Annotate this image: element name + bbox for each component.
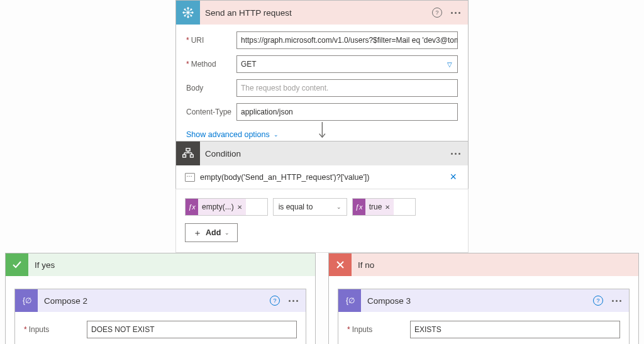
http-icon: [176, 1, 200, 25]
svg-rect-24: [183, 155, 186, 157]
compose-2-action: {∅} Compose 2 ? *Inputs DOES NOT EXIST: [14, 289, 306, 344]
chevron-down-icon: ⌄: [336, 204, 341, 210]
inputs-field: *Inputs DOES NOT EXIST: [24, 318, 297, 344]
uri-label: URI: [191, 36, 204, 45]
svg-line-15: [186, 14, 187, 16]
content-type-input[interactable]: application/json: [236, 103, 458, 121]
if-yes-label: If yes: [28, 260, 55, 270]
operator-select[interactable]: is equal to⌄: [273, 198, 347, 216]
body-field: Body The request body content.: [176, 76, 468, 100]
svg-text:{∅}: {∅}: [23, 296, 31, 305]
svg-point-6: [183, 12, 184, 13]
compose-3-action: {∅} Compose 3 ? *Inputs EXISTS: [338, 289, 630, 344]
condition-header[interactable]: Condition: [176, 141, 468, 165]
right-operand-token[interactable]: ƒx true✕: [352, 198, 416, 216]
inputs-label: Inputs: [29, 325, 50, 334]
if-yes-branch: If yes {∅} Compose 2 ?: [5, 253, 316, 344]
compose-2-header[interactable]: {∅} Compose 2 ?: [15, 289, 306, 312]
svg-point-14: [184, 15, 186, 16]
svg-rect-19: [186, 148, 190, 151]
close-icon[interactable]: ×: [447, 170, 459, 184]
expression-bar: empty(body('Send_an_HTTP_request')?['val…: [176, 165, 468, 189]
x-icon: [329, 253, 352, 276]
if-no-header[interactable]: If no: [329, 253, 638, 276]
help-icon[interactable]: ?: [432, 8, 442, 18]
method-label: Method: [191, 60, 216, 69]
chevron-down-icon: ▽: [447, 61, 453, 68]
svg-text:{∅}: {∅}: [346, 296, 355, 305]
compose-3-header[interactable]: {∅} Compose 3 ?: [338, 289, 629, 312]
svg-line-11: [186, 10, 187, 12]
plus-icon: ＋: [193, 228, 202, 237]
inputs-input[interactable]: DOES NOT EXIST: [87, 321, 297, 338]
body-label: Body: [186, 84, 203, 92]
uri-input[interactable]: https://graph.microsoft.com/v1.0/users?$…: [236, 31, 458, 49]
inputs-field: *Inputs EXISTS: [347, 318, 620, 344]
svg-point-8: [192, 12, 193, 13]
svg-point-2: [187, 8, 189, 9]
inputs-label: Inputs: [352, 325, 373, 334]
condition-icon: [176, 141, 200, 165]
if-yes-header[interactable]: If yes: [6, 253, 315, 276]
check-icon: [6, 253, 28, 276]
remove-token-icon[interactable]: ✕: [385, 204, 390, 211]
svg-point-12: [191, 9, 192, 10]
condition-action: Condition empty(body('Send_an_HTTP_reque…: [175, 141, 469, 253]
compose-2-title: Compose 2: [38, 296, 270, 306]
svg-point-16: [191, 15, 192, 16]
more-menu[interactable]: [448, 150, 463, 157]
http-title: Send an HTTP request: [200, 8, 432, 18]
remove-token-icon[interactable]: ✕: [237, 204, 242, 211]
condition-branches: If yes {∅} Compose 2 ?: [5, 253, 639, 344]
body-input[interactable]: The request body content.: [236, 79, 458, 97]
expression-icon: [185, 173, 195, 182]
http-header[interactable]: Send an HTTP request ?: [176, 1, 468, 25]
condition-title: Condition: [200, 149, 448, 158]
method-select[interactable]: GET▽: [236, 55, 458, 73]
svg-point-1: [187, 11, 189, 14]
expression-text: empty(body('Send_an_HTTP_request')?['val…: [200, 173, 447, 182]
left-operand-token[interactable]: ƒx empty(...)✕: [185, 198, 268, 216]
svg-point-10: [184, 9, 186, 10]
chevron-down-icon: ⌄: [225, 230, 230, 236]
svg-line-13: [189, 10, 191, 12]
compose-icon: {∅}: [338, 289, 361, 312]
uri-field: *URI https://graph.microsoft.com/v1.0/us…: [176, 28, 468, 52]
content-type-label: Content-Type: [186, 108, 231, 116]
more-menu[interactable]: [609, 297, 624, 304]
help-icon[interactable]: ?: [593, 296, 603, 306]
method-field: *Method GET▽: [176, 52, 468, 76]
fx-icon: ƒx: [186, 199, 198, 215]
compose-3-title: Compose 3: [361, 296, 593, 306]
help-icon[interactable]: ?: [270, 296, 280, 306]
condition-row: ƒx empty(...)✕ is equal to⌄ ƒx true✕: [185, 198, 459, 216]
more-menu[interactable]: [286, 297, 301, 304]
content-type-field: Content-Type application/json: [176, 100, 468, 124]
svg-line-17: [189, 14, 191, 16]
more-menu[interactable]: [448, 9, 463, 16]
svg-rect-25: [191, 155, 194, 157]
connector-arrow: [175, 122, 469, 140]
inputs-input[interactable]: EXISTS: [410, 321, 620, 338]
svg-point-4: [187, 16, 189, 18]
fx-icon: ƒx: [353, 199, 365, 215]
add-condition-button[interactable]: ＋ Add ⌄: [185, 223, 238, 242]
if-no-label: If no: [352, 260, 374, 270]
compose-icon: {∅}: [15, 289, 38, 312]
if-no-branch: If no {∅} Compose 3 ?: [328, 253, 639, 344]
